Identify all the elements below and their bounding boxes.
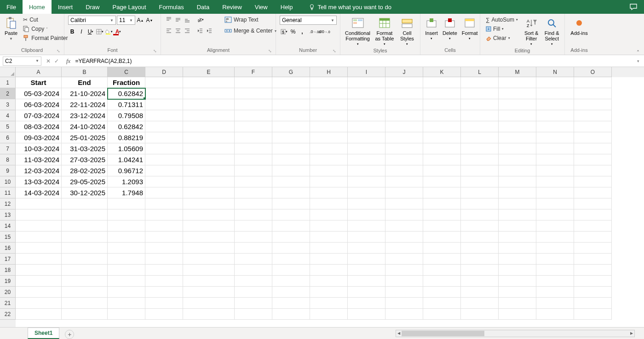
cell[interactable] — [385, 265, 423, 276]
font-color-button[interactable]: A▾ — [114, 28, 122, 36]
row-header[interactable]: 11 — [0, 187, 16, 198]
cell[interactable] — [272, 309, 310, 320]
cell[interactable] — [574, 88, 612, 99]
cell[interactable] — [145, 198, 183, 209]
row-header[interactable]: 10 — [0, 176, 16, 187]
cell[interactable] — [62, 309, 108, 320]
cell[interactable] — [385, 276, 423, 287]
cell[interactable] — [183, 198, 235, 209]
cell[interactable] — [235, 198, 272, 209]
row-header[interactable]: 17 — [0, 254, 16, 265]
cell[interactable]: 0.79508 — [108, 110, 145, 121]
cell[interactable] — [145, 309, 183, 320]
cell[interactable] — [145, 220, 183, 232]
cell[interactable] — [183, 110, 235, 121]
cell[interactable] — [536, 276, 574, 287]
insert-cells-button[interactable]: Insert▾ — [424, 16, 439, 41]
cell[interactable] — [423, 154, 461, 165]
align-middle-button[interactable] — [174, 16, 182, 24]
cell[interactable] — [108, 276, 145, 287]
cell[interactable] — [536, 198, 574, 209]
cell[interactable] — [348, 287, 385, 298]
cell[interactable] — [536, 232, 574, 243]
cell[interactable] — [348, 232, 385, 243]
cell[interactable] — [183, 88, 235, 99]
cell[interactable] — [145, 287, 183, 298]
cell[interactable] — [235, 165, 272, 176]
cell[interactable] — [499, 298, 536, 309]
cell[interactable] — [62, 232, 108, 243]
cell[interactable] — [145, 110, 183, 121]
cell[interactable] — [499, 154, 536, 165]
cell[interactable] — [461, 198, 499, 209]
cell[interactable] — [499, 254, 536, 265]
cell[interactable] — [235, 298, 272, 309]
cell[interactable] — [108, 243, 145, 254]
cell[interactable] — [62, 254, 108, 265]
column-header[interactable]: K — [423, 67, 461, 77]
cell[interactable] — [499, 287, 536, 298]
expand-formula-bar-icon[interactable]: ▾ — [632, 59, 644, 63]
cell[interactable] — [145, 77, 183, 88]
cell[interactable] — [574, 265, 612, 276]
cell[interactable] — [235, 265, 272, 276]
cell[interactable] — [499, 77, 536, 88]
cell[interactable] — [183, 254, 235, 265]
menu-draw[interactable]: Draw — [79, 0, 106, 14]
cell[interactable] — [235, 243, 272, 254]
row-header[interactable]: 21 — [0, 298, 16, 309]
cell[interactable] — [108, 198, 145, 209]
cell[interactable] — [348, 132, 385, 143]
cell[interactable] — [310, 143, 348, 154]
cell[interactable] — [423, 209, 461, 220]
cell[interactable] — [461, 254, 499, 265]
cell[interactable] — [499, 121, 536, 132]
menu-data[interactable]: Data — [190, 0, 216, 14]
cell[interactable] — [272, 77, 310, 88]
row-header[interactable]: 12 — [0, 198, 16, 209]
cell[interactable] — [145, 121, 183, 132]
menu-insert[interactable]: Insert — [52, 0, 80, 14]
cell[interactable] — [348, 243, 385, 254]
cell[interactable] — [574, 243, 612, 254]
cell[interactable] — [235, 254, 272, 265]
cell[interactable] — [385, 165, 423, 176]
cell[interactable] — [536, 154, 574, 165]
sort-filter-button[interactable]: AZSort & Filter▾ — [523, 16, 540, 47]
format-cells-button[interactable]: Format▾ — [461, 16, 479, 41]
cell[interactable] — [62, 220, 108, 232]
cell[interactable] — [235, 110, 272, 121]
column-header[interactable]: I — [348, 67, 385, 77]
cell[interactable] — [574, 198, 612, 209]
cell[interactable] — [310, 287, 348, 298]
cell[interactable] — [499, 143, 536, 154]
cell[interactable]: 13-03-2024 — [16, 176, 62, 187]
cell[interactable] — [423, 220, 461, 232]
row-header[interactable]: 18 — [0, 265, 16, 276]
cell[interactable]: 1.2093 — [108, 176, 145, 187]
cell[interactable] — [385, 232, 423, 243]
cell[interactable] — [16, 298, 62, 309]
cell[interactable] — [461, 276, 499, 287]
menu-page-layout[interactable]: Page Layout — [106, 0, 153, 14]
cell[interactable] — [536, 298, 574, 309]
cell[interactable]: 1.05609 — [108, 143, 145, 154]
cell[interactable] — [385, 77, 423, 88]
cell[interactable]: 24-10-2024 — [62, 121, 108, 132]
row-header[interactable]: 2 — [0, 88, 16, 99]
cell[interactable] — [145, 187, 183, 198]
cell[interactable] — [272, 198, 310, 209]
align-right-button[interactable] — [183, 27, 191, 35]
cell[interactable] — [423, 143, 461, 154]
cell[interactable] — [16, 209, 62, 220]
cell[interactable] — [499, 187, 536, 198]
column-header[interactable]: N — [536, 67, 574, 77]
cell[interactable] — [183, 232, 235, 243]
cell[interactable] — [310, 110, 348, 121]
cell[interactable] — [423, 254, 461, 265]
cell[interactable] — [461, 232, 499, 243]
cell[interactable]: 08-03-2024 — [16, 121, 62, 132]
addins-button[interactable]: Add-ins — [569, 16, 590, 37]
cell[interactable] — [536, 265, 574, 276]
cell[interactable] — [385, 176, 423, 187]
